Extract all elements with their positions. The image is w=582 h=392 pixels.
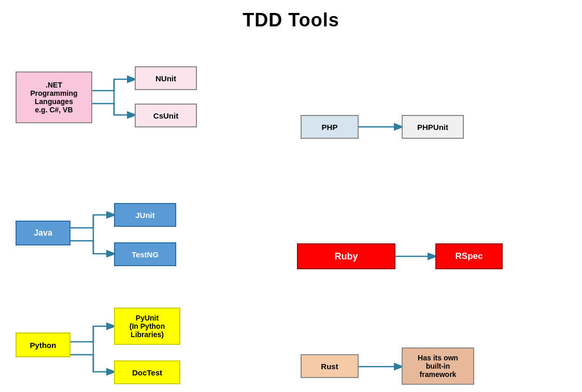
ruby-node: Ruby xyxy=(297,243,395,269)
pyunit-node: PyUnit (In Python Libraries) xyxy=(114,308,180,345)
rspec-node: RSpec xyxy=(435,243,503,269)
python-node: Python xyxy=(16,332,70,357)
page-title: TDD Tools xyxy=(0,0,582,36)
phpunit-node: PHPUnit xyxy=(402,115,464,139)
csunit-node: CsUnit xyxy=(135,104,197,127)
junit-node: JUnit xyxy=(114,203,176,227)
nunit-node: NUnit xyxy=(135,66,197,90)
php-node: PHP xyxy=(301,115,359,139)
rust-node: Rust xyxy=(301,354,359,378)
dotnet-node: .NET Programming Languages e.g. C#, VB xyxy=(16,71,92,123)
testng-node: TestNG xyxy=(114,242,176,266)
java-node: Java xyxy=(16,221,70,245)
doctest-node: DocTest xyxy=(114,360,180,384)
rust-fw-node: Has its own built-in framework xyxy=(402,347,474,385)
diagram-area: .NET Programming Languages e.g. C#, VB N… xyxy=(0,36,582,392)
